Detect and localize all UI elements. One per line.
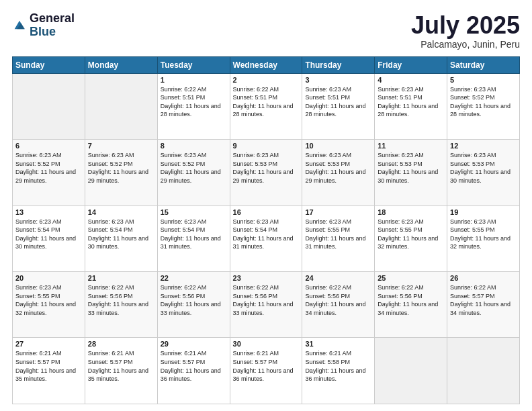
logo-text: General Blue	[30, 12, 75, 39]
logo-icon	[12, 18, 27, 33]
cell-text: Sunrise: 6:23 AM Sunset: 5:54 PM Dayligh…	[161, 218, 227, 251]
calendar-cell: 24Sunrise: 6:22 AM Sunset: 5:56 PM Dayli…	[302, 272, 375, 338]
day-number: 5	[450, 76, 517, 84]
calendar-cell: 3Sunrise: 6:23 AM Sunset: 5:51 PM Daylig…	[302, 73, 375, 139]
page: General Blue July 2025 Palcamayo, Junin,…	[0, 0, 532, 411]
calendar-cell: 30Sunrise: 6:21 AM Sunset: 5:57 PM Dayli…	[230, 338, 302, 404]
calendar-week-3: 13Sunrise: 6:23 AM Sunset: 5:54 PM Dayli…	[13, 205, 520, 271]
calendar-cell: 20Sunrise: 6:23 AM Sunset: 5:55 PM Dayli…	[13, 272, 85, 338]
cell-text: Sunrise: 6:23 AM Sunset: 5:52 PM Dayligh…	[450, 85, 517, 119]
calendar-cell: 12Sunrise: 6:23 AM Sunset: 5:53 PM Dayli…	[447, 140, 520, 205]
day-number: 24	[305, 274, 371, 282]
cell-text: Sunrise: 6:23 AM Sunset: 5:54 PM Dayligh…	[88, 218, 154, 251]
day-number: 20	[15, 274, 82, 282]
calendar-cell: 9Sunrise: 6:23 AM Sunset: 5:53 PM Daylig…	[230, 140, 302, 205]
header: General Blue July 2025 Palcamayo, Junin,…	[12, 12, 520, 50]
day-number: 31	[305, 340, 371, 348]
cell-text: Sunrise: 6:23 AM Sunset: 5:53 PM Dayligh…	[450, 151, 517, 185]
day-number: 18	[378, 208, 444, 216]
calendar-week-5: 27Sunrise: 6:21 AM Sunset: 5:57 PM Dayli…	[13, 338, 520, 404]
logo-text-block: General Blue	[30, 12, 75, 39]
day-number: 4	[378, 76, 444, 84]
calendar-table: SundayMondayTuesdayWednesdayThursdayFrid…	[12, 56, 520, 404]
calendar-cell: 28Sunrise: 6:21 AM Sunset: 5:57 PM Dayli…	[85, 338, 157, 404]
calendar-cell: 23Sunrise: 6:22 AM Sunset: 5:56 PM Dayli…	[230, 272, 302, 338]
calendar-cell: 11Sunrise: 6:23 AM Sunset: 5:53 PM Dayli…	[375, 140, 447, 205]
subtitle: Palcamayo, Junin, Peru	[411, 39, 520, 50]
day-number: 19	[450, 208, 517, 216]
title-block: July 2025 Palcamayo, Junin, Peru	[411, 12, 520, 50]
calendar-cell: 22Sunrise: 6:22 AM Sunset: 5:56 PM Dayli…	[157, 272, 230, 338]
cell-text: Sunrise: 6:23 AM Sunset: 5:55 PM Dayligh…	[450, 218, 517, 251]
day-number: 17	[305, 208, 371, 216]
logo-general: General	[30, 11, 75, 25]
cell-text: Sunrise: 6:22 AM Sunset: 5:56 PM Dayligh…	[378, 283, 444, 317]
cell-text: Sunrise: 6:22 AM Sunset: 5:56 PM Dayligh…	[161, 283, 227, 317]
day-header-tuesday: Tuesday	[157, 56, 230, 73]
cell-text: Sunrise: 6:23 AM Sunset: 5:52 PM Dayligh…	[88, 151, 154, 185]
cell-text: Sunrise: 6:23 AM Sunset: 5:55 PM Dayligh…	[378, 218, 444, 251]
cell-text: Sunrise: 6:22 AM Sunset: 5:56 PM Dayligh…	[88, 283, 154, 317]
calendar-week-1: 1Sunrise: 6:22 AM Sunset: 5:51 PM Daylig…	[13, 73, 520, 139]
day-header-sunday: Sunday	[13, 56, 85, 73]
day-number: 23	[233, 274, 300, 282]
cell-text: Sunrise: 6:23 AM Sunset: 5:54 PM Dayligh…	[233, 218, 300, 251]
day-number: 3	[305, 76, 371, 84]
day-number: 14	[88, 208, 154, 216]
cell-text: Sunrise: 6:21 AM Sunset: 5:57 PM Dayligh…	[15, 349, 82, 383]
cell-text: Sunrise: 6:22 AM Sunset: 5:56 PM Dayligh…	[305, 283, 371, 317]
calendar-cell: 21Sunrise: 6:22 AM Sunset: 5:56 PM Dayli…	[85, 272, 157, 338]
cell-text: Sunrise: 6:23 AM Sunset: 5:51 PM Dayligh…	[378, 85, 444, 119]
day-number: 10	[305, 142, 371, 150]
day-number: 15	[161, 208, 227, 216]
cell-text: Sunrise: 6:23 AM Sunset: 5:55 PM Dayligh…	[15, 283, 82, 317]
calendar-cell: 25Sunrise: 6:22 AM Sunset: 5:56 PM Dayli…	[375, 272, 447, 338]
main-title: July 2025	[411, 12, 520, 39]
day-header-thursday: Thursday	[302, 56, 375, 73]
day-number: 26	[450, 274, 517, 282]
day-header-wednesday: Wednesday	[230, 56, 302, 73]
calendar-cell: 17Sunrise: 6:23 AM Sunset: 5:55 PM Dayli…	[302, 205, 375, 271]
day-number: 8	[161, 142, 227, 150]
calendar-cell: 6Sunrise: 6:23 AM Sunset: 5:52 PM Daylig…	[13, 140, 85, 205]
cell-text: Sunrise: 6:21 AM Sunset: 5:57 PM Dayligh…	[233, 349, 300, 383]
cell-text: Sunrise: 6:23 AM Sunset: 5:54 PM Dayligh…	[15, 218, 82, 251]
cell-text: Sunrise: 6:23 AM Sunset: 5:53 PM Dayligh…	[233, 151, 300, 185]
day-number: 30	[233, 340, 300, 348]
cell-text: Sunrise: 6:22 AM Sunset: 5:51 PM Dayligh…	[233, 85, 300, 119]
day-number: 6	[15, 142, 82, 150]
day-number: 27	[15, 340, 82, 348]
day-number: 9	[233, 142, 300, 150]
calendar-cell	[375, 338, 447, 404]
day-number: 11	[378, 142, 444, 150]
cell-text: Sunrise: 6:23 AM Sunset: 5:55 PM Dayligh…	[305, 218, 371, 251]
calendar-cell	[13, 73, 85, 139]
calendar-cell	[447, 338, 520, 404]
calendar-cell: 8Sunrise: 6:23 AM Sunset: 5:52 PM Daylig…	[157, 140, 230, 205]
day-number: 22	[161, 274, 227, 282]
calendar-cell	[85, 73, 157, 139]
calendar-cell: 2Sunrise: 6:22 AM Sunset: 5:51 PM Daylig…	[230, 73, 302, 139]
cell-text: Sunrise: 6:21 AM Sunset: 5:58 PM Dayligh…	[305, 349, 371, 383]
calendar-week-4: 20Sunrise: 6:23 AM Sunset: 5:55 PM Dayli…	[13, 272, 520, 338]
day-number: 29	[161, 340, 227, 348]
day-header-saturday: Saturday	[447, 56, 520, 73]
cell-text: Sunrise: 6:22 AM Sunset: 5:56 PM Dayligh…	[233, 283, 300, 317]
cell-text: Sunrise: 6:22 AM Sunset: 5:57 PM Dayligh…	[450, 283, 517, 317]
cell-text: Sunrise: 6:23 AM Sunset: 5:52 PM Dayligh…	[15, 151, 82, 185]
calendar-cell: 18Sunrise: 6:23 AM Sunset: 5:55 PM Dayli…	[375, 205, 447, 271]
cell-text: Sunrise: 6:23 AM Sunset: 5:51 PM Dayligh…	[305, 85, 371, 119]
cell-text: Sunrise: 6:23 AM Sunset: 5:53 PM Dayligh…	[305, 151, 371, 185]
calendar-week-2: 6Sunrise: 6:23 AM Sunset: 5:52 PM Daylig…	[13, 140, 520, 205]
day-header-monday: Monday	[85, 56, 157, 73]
logo: General Blue	[12, 12, 75, 39]
calendar-cell: 31Sunrise: 6:21 AM Sunset: 5:58 PM Dayli…	[302, 338, 375, 404]
calendar-cell: 5Sunrise: 6:23 AM Sunset: 5:52 PM Daylig…	[447, 73, 520, 139]
day-number: 25	[378, 274, 444, 282]
calendar-cell: 26Sunrise: 6:22 AM Sunset: 5:57 PM Dayli…	[447, 272, 520, 338]
cell-text: Sunrise: 6:21 AM Sunset: 5:57 PM Dayligh…	[88, 349, 154, 383]
calendar-cell: 4Sunrise: 6:23 AM Sunset: 5:51 PM Daylig…	[375, 73, 447, 139]
calendar-cell: 1Sunrise: 6:22 AM Sunset: 5:51 PM Daylig…	[157, 73, 230, 139]
calendar-cell: 16Sunrise: 6:23 AM Sunset: 5:54 PM Dayli…	[230, 205, 302, 271]
calendar-header-row: SundayMondayTuesdayWednesdayThursdayFrid…	[13, 56, 520, 73]
